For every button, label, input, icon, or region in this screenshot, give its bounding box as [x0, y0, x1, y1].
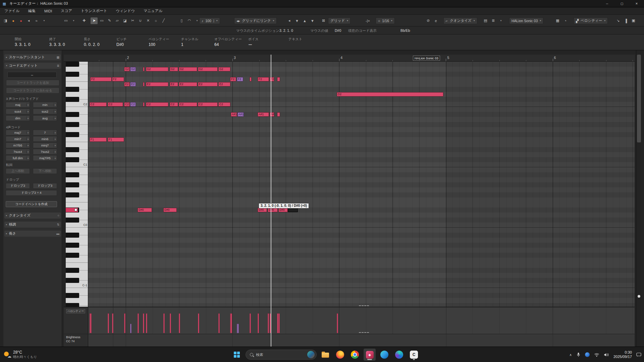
- chord-variant-arrow-icon[interactable]: ▸: [54, 110, 56, 113]
- piano-key-B-2[interactable]: [66, 288, 88, 293]
- piano-key-A0[interactable]: [66, 177, 88, 182]
- inversion-button-0[interactable]: 上へ移動: [6, 168, 30, 174]
- create-chord-event-button[interactable]: コードイベントを作成: [6, 201, 57, 207]
- cc-lane-name[interactable]: Brightness: [66, 336, 80, 339]
- line-tool-icon[interactable]: ╱: [160, 17, 167, 24]
- event-colors-icon[interactable]: ▤: [482, 17, 489, 24]
- midi-note[interactable]: D2: [337, 92, 443, 97]
- midi-note[interactable]: A#1: [237, 112, 244, 117]
- piano-key-C2[interactable]: C2: [66, 102, 88, 107]
- window-layout-icon[interactable]: ▣: [630, 17, 637, 24]
- chord-button-aug[interactable]: aug▸: [33, 115, 57, 121]
- piano-key-F-1[interactable]: [66, 258, 88, 263]
- velocity-bar[interactable]: [268, 313, 269, 333]
- hidden-icons-chevron[interactable]: ∧: [570, 353, 572, 357]
- cubase-hub-button[interactable]: ◆: [364, 349, 376, 361]
- auto-scroll-icon[interactable]: ≈: [33, 17, 40, 24]
- drop-button-0[interactable]: ドロップ2: [6, 183, 30, 189]
- piano-key-D-1[interactable]: [66, 273, 88, 278]
- insert-velocity-control[interactable]: ♪ 100 ▴▾ ▾: [199, 17, 220, 24]
- chord-variant-arrow-icon[interactable]: ▸: [54, 137, 56, 141]
- quantize-preset-dropdown[interactable]: ○ 1/16 ▾: [376, 17, 395, 24]
- piano-key-E-1[interactable]: [66, 263, 88, 268]
- piano-key-F1[interactable]: [66, 137, 88, 142]
- firefox-button[interactable]: [334, 349, 346, 361]
- info-field-value[interactable]: 100: [149, 42, 155, 47]
- chord-variant-arrow-icon[interactable]: ▸: [26, 137, 29, 141]
- midi-note[interactable]: C2: [90, 102, 107, 107]
- section-transpose[interactable]: ▸ 移調 ⇅: [4, 222, 61, 228]
- velocity-bar[interactable]: [108, 313, 109, 333]
- follow-chord-track-button[interactable]: コードトラックに合わせる: [6, 87, 59, 94]
- midi-note[interactable]: C2: [124, 102, 130, 107]
- piano-key-A-1[interactable]: [66, 238, 88, 243]
- piano-keyboard[interactable]: C2C1C0C-1: [66, 62, 88, 307]
- velocity-bar[interactable]: [258, 313, 259, 333]
- piano-key-G#-2[interactable]: [66, 303, 88, 307]
- taskbar-search[interactable]: 検索: [246, 350, 317, 360]
- chord-variant-arrow-icon[interactable]: ▸: [26, 156, 29, 160]
- chord-button-dim[interactable]: dim▸: [6, 115, 30, 121]
- midi-note[interactable]: F1: [90, 137, 107, 142]
- midi-note[interactable]: G2: [198, 67, 218, 71]
- info-field-value[interactable]: D#0: [116, 42, 124, 47]
- chord-variant-arrow-icon[interactable]: ▸: [26, 150, 29, 154]
- piano-key-D#-1[interactable]: [66, 268, 88, 273]
- piano-key-E1[interactable]: [66, 142, 88, 147]
- iterative-quantize-icon[interactable]: ⊘: [425, 17, 432, 24]
- chord-button-maj7[interactable]: maj7▸: [6, 130, 30, 135]
- zoom-tool-icon[interactable]: ○: [152, 17, 159, 24]
- inversion-button-1[interactable]: 下へ移動: [33, 168, 57, 174]
- midi-note[interactable]: [143, 82, 145, 86]
- menu-item-6[interactable]: マニュアル: [139, 7, 167, 14]
- piano-key-G#0[interactable]: [66, 182, 88, 187]
- lane-divider-handle[interactable]: [359, 305, 369, 306]
- piano-key-C#-1[interactable]: [66, 278, 88, 283]
- acoustic-feedback-icon[interactable]: ●: [10, 17, 17, 24]
- piano-key-E0[interactable]: [66, 202, 88, 207]
- chord-button-min[interactable]: min▸: [33, 102, 57, 108]
- midi-note[interactable]: C2: [198, 102, 218, 107]
- chord-button-sus4[interactable]: sus4▸: [6, 109, 30, 114]
- link-to-grid-dropdown[interactable]: ◂▸ グリッドにリンク ▾: [234, 17, 277, 24]
- piano-key-D#1[interactable]: [66, 147, 88, 152]
- piano-key-D2[interactable]: [66, 92, 88, 97]
- velocity-bar[interactable]: [237, 324, 239, 333]
- chord-variant-arrow-icon[interactable]: ▸: [26, 143, 29, 147]
- mute-tool-icon[interactable]: ✕: [145, 17, 152, 24]
- section-length[interactable]: ▸ 長さ ▬: [4, 231, 61, 237]
- length-adjust-icon[interactable]: -|+: [364, 17, 371, 24]
- velocity-lane[interactable]: [88, 307, 635, 334]
- piano-key-F#0[interactable]: [66, 192, 88, 197]
- scrollbar-thumb[interactable]: [637, 55, 641, 142]
- velocity-bar[interactable]: [250, 313, 251, 333]
- select-tool-icon[interactable]: ➤: [91, 17, 98, 24]
- piano-key-G0[interactable]: [66, 187, 88, 192]
- piano-key-E2[interactable]: [66, 82, 88, 87]
- midi-note[interactable]: G2: [218, 67, 230, 71]
- midi-note[interactable]: E2: [124, 82, 130, 86]
- chord-button-m7-b5[interactable]: m7/b5▸: [6, 142, 30, 148]
- setup-toolbar-icon[interactable]: ✚: [80, 17, 88, 24]
- piano-key-G#2[interactable]: [66, 62, 88, 67]
- midi-note[interactable]: F2: [112, 77, 124, 81]
- volume-icon[interactable]: [604, 353, 609, 357]
- velocity-bar[interactable]: [138, 313, 139, 333]
- piano-key-G-1[interactable]: [66, 248, 88, 253]
- midi-note[interactable]: E2: [170, 82, 178, 86]
- draw-tool-icon[interactable]: ✎: [106, 17, 113, 24]
- cc-lane[interactable]: [88, 334, 635, 347]
- piano-key-F#-1[interactable]: [66, 253, 88, 258]
- time-ruler[interactable]: HALion Sonic 03 23456: [64, 55, 635, 62]
- piano-key-D1[interactable]: [66, 152, 88, 157]
- chord-button-maj7-5[interactable]: maj7/#5▸: [33, 155, 57, 161]
- midi-note[interactable]: F2: [90, 77, 112, 81]
- velocity-bar[interactable]: [124, 313, 125, 333]
- piano-key-B-1[interactable]: [66, 228, 88, 233]
- section-chord-edit[interactable]: ▾ コードエディット ≣: [4, 63, 61, 69]
- piano-key-A-2[interactable]: [66, 298, 88, 303]
- velocity-bar[interactable]: [179, 313, 180, 333]
- snap-onoff-icon[interactable]: ⊠: [320, 17, 327, 24]
- midi-note[interactable]: A#1: [231, 112, 237, 117]
- glue-tool-icon[interactable]: ∪: [137, 17, 144, 24]
